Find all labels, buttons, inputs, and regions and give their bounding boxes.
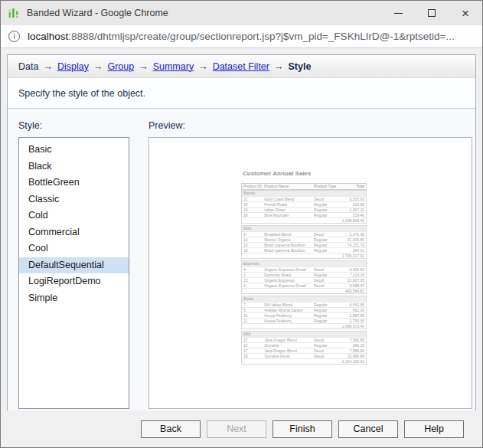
back-button[interactable]: Back bbox=[141, 420, 201, 438]
report-data-row: 8Breakfast BlendDecaf2,076.36 bbox=[242, 231, 366, 237]
wizard-panel: Data→Display→Group→Summary→Dataset Filte… bbox=[7, 54, 476, 412]
cell: 323.95 bbox=[342, 202, 366, 208]
window-title: Banded Wizard - Google Chrome bbox=[27, 8, 168, 18]
cell: Decaf bbox=[314, 338, 342, 343]
cell: 4 bbox=[242, 283, 264, 289]
finish-button[interactable]: Finish bbox=[273, 420, 332, 438]
report-data-row: 21Kenya PeaberryRegular2,790.30 bbox=[242, 318, 366, 323]
style-option-defaultsequential[interactable]: DefaultSequential bbox=[19, 257, 129, 274]
url-path: :8888/dhtmljsp/create/group/sectionrepor… bbox=[68, 31, 454, 42]
cell: 24 bbox=[242, 208, 264, 213]
report-data-row: 17Java Dragon BlendDecaf7,586.80 bbox=[242, 348, 366, 353]
report-data-row: 19Sumatra DecafDecaf12,866.84 bbox=[242, 353, 366, 358]
style-option-simple[interactable]: Simple bbox=[19, 290, 129, 307]
cell: 6,503.60 bbox=[342, 197, 366, 202]
group-header-row: Espresso bbox=[242, 261, 366, 267]
cell: 2,076.36 bbox=[342, 232, 366, 237]
maximize-icon bbox=[428, 9, 436, 17]
breadcrumb-step-display[interactable]: Display bbox=[57, 61, 89, 72]
style-option-bottlegreen[interactable]: BottleGreen bbox=[19, 175, 129, 191]
cell: 23 bbox=[242, 202, 264, 208]
breadcrumb-separator: → bbox=[139, 61, 148, 72]
cell: Decaf bbox=[314, 348, 342, 354]
style-option-black[interactable]: Black bbox=[19, 159, 129, 175]
style-option-logireportdemo[interactable]: LogiReportDemo bbox=[19, 273, 129, 290]
cell: Arabian Mocha Sanani bbox=[264, 308, 314, 313]
cell: 3,402.52 bbox=[342, 267, 366, 273]
url-text[interactable]: localhost:8888/dhtmljsp/create/group/sec… bbox=[28, 31, 455, 42]
report-title: Customer Annual Sales bbox=[243, 170, 312, 177]
cell: Regular bbox=[314, 248, 342, 253]
style-option-basic[interactable]: Basic bbox=[19, 142, 129, 159]
style-option-commercial[interactable]: Commercial bbox=[19, 224, 129, 241]
report-data-row: 13Brazil Ipanema BourbonRegular74,151.70 bbox=[242, 242, 366, 247]
next-button[interactable]: Next bbox=[207, 420, 266, 438]
cell: 21 bbox=[242, 319, 264, 324]
breadcrumb-separator: → bbox=[198, 61, 208, 72]
cell: 13 bbox=[242, 243, 264, 248]
cell: Kenya Peaberry bbox=[264, 319, 314, 324]
cell: 7,586.80 bbox=[342, 338, 366, 343]
cell: 74,151.70 bbox=[342, 243, 366, 248]
cell: 10 bbox=[242, 237, 264, 243]
cell: Product ID bbox=[242, 184, 264, 189]
cell: Java Dragon Blend bbox=[264, 348, 314, 354]
breadcrumb: Data→Display→Group→Summary→Dataset Filte… bbox=[8, 55, 475, 78]
cell: Regular bbox=[314, 202, 342, 208]
report-group-espresso: Espresso4Organic Espresso DecafDecaf3,40… bbox=[241, 260, 367, 294]
cell: Decaf bbox=[314, 283, 342, 289]
minimize-button[interactable] bbox=[381, 1, 415, 25]
cell: Regular bbox=[314, 273, 342, 278]
report-data-row: 22Organic EspressoDecaf10,907.95 bbox=[242, 277, 366, 283]
breadcrumb-step-style: Style bbox=[288, 61, 311, 72]
breadcrumb-step-dataset-filter[interactable]: Dataset Filter bbox=[213, 61, 269, 72]
preview-pane: Customer Annual Sales Product IDProduct … bbox=[148, 137, 472, 409]
cell: Product Name bbox=[264, 184, 314, 189]
cell: Regular bbox=[314, 313, 342, 319]
breadcrumb-step-summary[interactable]: Summary bbox=[153, 61, 194, 72]
report-data-row: 21Kenya PeaberryRegular2,587.95 bbox=[242, 312, 366, 318]
cell: Regular bbox=[314, 213, 342, 218]
report-data-row: 28Blue MountainRegular319.40 bbox=[242, 212, 366, 217]
cell: 22 bbox=[242, 278, 264, 283]
style-option-cool[interactable]: Cool bbox=[19, 240, 129, 257]
preview-report-table: Product IDProduct NameProduct TypeTotalB… bbox=[241, 183, 367, 366]
instruction-text: Specify the style of the object. bbox=[8, 78, 475, 109]
style-option-cold[interactable]: Cold bbox=[19, 208, 129, 224]
cell: Sumatra bbox=[264, 343, 314, 348]
cell: Mexico Organic bbox=[264, 237, 314, 243]
cell: Regular bbox=[314, 319, 342, 324]
url-host: localhost bbox=[28, 31, 68, 42]
report-data-row: 21Gold Coast BlendDecaf6,503.60 bbox=[242, 196, 366, 201]
cell: Decaf bbox=[314, 278, 342, 283]
cell: Decaf bbox=[314, 232, 342, 237]
cell: 2,587.95 bbox=[342, 313, 366, 319]
style-list[interactable]: BasicBlackBottleGreenClassicColdCommerci… bbox=[18, 137, 129, 409]
report-data-row: 5Arabian Mocha SananiRegular661.00 bbox=[242, 307, 366, 312]
cell: 4 bbox=[242, 267, 264, 273]
cell: 12,866.84 bbox=[342, 354, 366, 359]
cancel-button[interactable]: Cancel bbox=[338, 420, 398, 438]
breadcrumb-step-group[interactable]: Group bbox=[107, 61, 134, 72]
address-bar[interactable]: i localhost:8888/dhtmljsp/create/group/s… bbox=[1, 25, 482, 48]
cell: 17 bbox=[242, 338, 264, 343]
style-option-classic[interactable]: Classic bbox=[19, 191, 129, 208]
cell: Decaf bbox=[314, 354, 342, 359]
cell: Regular bbox=[314, 243, 342, 248]
cell: Brazil Ipanema Bourbon bbox=[264, 243, 314, 248]
cell: Espresso Roast bbox=[264, 273, 314, 278]
group-subtotal-row: 460,584.81 bbox=[242, 288, 366, 293]
cell: 7 bbox=[242, 302, 264, 308]
report-data-row: 4Organic Espresso DecafDecaf3,402.52 bbox=[242, 267, 366, 272]
maximize-button[interactable] bbox=[415, 1, 449, 25]
cell: 2,790.30 bbox=[342, 319, 366, 324]
cell: 1 bbox=[242, 273, 264, 278]
cell: 10,907.95 bbox=[342, 278, 366, 283]
info-icon[interactable]: i bbox=[8, 31, 20, 42]
close-button[interactable]: × bbox=[449, 1, 482, 25]
cell: Decaf bbox=[314, 197, 342, 202]
report-data-row: 4Organic Espresso DecafDecaf9,589.97 bbox=[242, 283, 366, 288]
group-subtotal-row: 1,038,508.43 bbox=[242, 217, 366, 223]
help-button[interactable]: Help bbox=[404, 420, 464, 438]
cell: Rift Valley Blend bbox=[264, 302, 314, 308]
